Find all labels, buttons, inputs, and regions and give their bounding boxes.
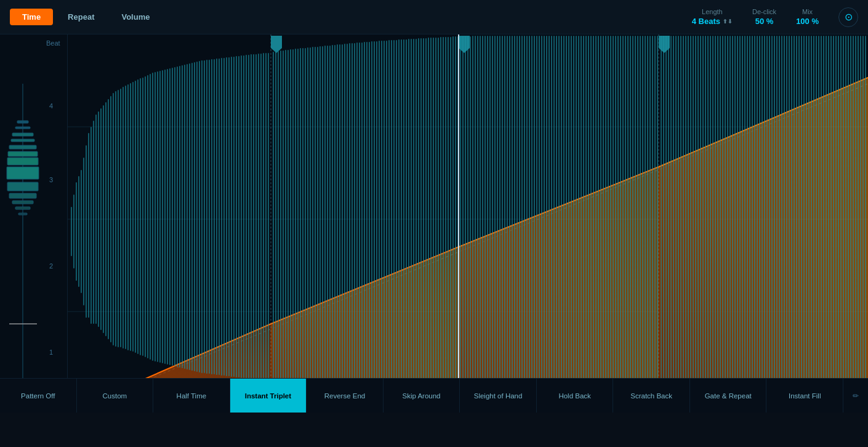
svg-rect-259 bbox=[632, 36, 633, 398]
svg-rect-135 bbox=[327, 46, 328, 388]
svg-rect-323 bbox=[791, 36, 792, 398]
svg-rect-315 bbox=[771, 36, 773, 398]
svg-rect-161 bbox=[391, 40, 392, 393]
svg-rect-207 bbox=[504, 36, 505, 398]
waveform-area[interactable]: // This won't run inside SVG, so we'll u… bbox=[68, 34, 868, 413]
svg-rect-313 bbox=[766, 36, 768, 398]
svg-rect-222 bbox=[541, 36, 542, 398]
svg-rect-66 bbox=[155, 72, 156, 361]
svg-rect-181 bbox=[440, 37, 441, 397]
btn-hold-back[interactable]: Hold Back bbox=[537, 379, 614, 413]
mix-value[interactable]: 100 % bbox=[796, 17, 819, 26]
btn-gate-repeat[interactable]: Gate & Repeat bbox=[690, 379, 767, 413]
btn-reverse-end[interactable]: Reverse End bbox=[307, 379, 384, 413]
svg-rect-310 bbox=[759, 36, 760, 398]
svg-rect-245 bbox=[598, 36, 599, 398]
svg-rect-288 bbox=[705, 36, 706, 398]
svg-rect-80 bbox=[189, 63, 190, 370]
svg-rect-281 bbox=[688, 36, 689, 398]
btn-half-time[interactable]: Half Time bbox=[153, 379, 230, 413]
svg-rect-47 bbox=[108, 99, 109, 339]
svg-rect-177 bbox=[430, 38, 432, 396]
svg-rect-328 bbox=[803, 36, 805, 398]
svg-rect-343 bbox=[840, 36, 842, 398]
svg-rect-43 bbox=[98, 111, 99, 327]
svg-rect-106 bbox=[253, 54, 254, 379]
svg-rect-333 bbox=[816, 36, 817, 398]
length-value[interactable]: 4 Beats ⬆⬇ bbox=[692, 17, 733, 26]
btn-pattern-off[interactable]: Pattern Off bbox=[0, 379, 77, 413]
svg-rect-284 bbox=[695, 36, 696, 398]
svg-rect-182 bbox=[443, 37, 444, 397]
svg-rect-145 bbox=[352, 43, 353, 390]
svg-rect-296 bbox=[725, 36, 726, 398]
svg-rect-94 bbox=[223, 58, 225, 376]
svg-rect-282 bbox=[690, 36, 691, 398]
btn-custom[interactable]: Custom bbox=[77, 379, 154, 413]
length-label: Length bbox=[702, 8, 723, 15]
svg-rect-244 bbox=[595, 36, 597, 398]
svg-rect-84 bbox=[199, 61, 200, 372]
svg-rect-136 bbox=[329, 46, 331, 388]
tab-time[interactable]: Time bbox=[10, 9, 53, 25]
svg-rect-352 bbox=[862, 36, 864, 398]
btn-instant-fill[interactable]: Instant Fill bbox=[766, 379, 843, 413]
tab-repeat[interactable]: Repeat bbox=[55, 9, 106, 25]
svg-rect-142 bbox=[344, 44, 345, 390]
svg-rect-111 bbox=[265, 53, 267, 381]
svg-rect-287 bbox=[702, 36, 704, 398]
edit-button[interactable]: ✏ bbox=[843, 379, 868, 413]
svg-rect-278 bbox=[680, 36, 681, 398]
svg-rect-224 bbox=[546, 36, 547, 398]
svg-rect-242 bbox=[590, 36, 592, 398]
svg-rect-156 bbox=[379, 41, 380, 393]
svg-rect-248 bbox=[605, 36, 606, 398]
btn-skip-around[interactable]: Skip Around bbox=[384, 379, 460, 413]
btn-scratch-back[interactable]: Scratch Back bbox=[613, 379, 690, 413]
svg-rect-77 bbox=[182, 65, 183, 368]
declick-value[interactable]: 50 % bbox=[755, 17, 774, 26]
svg-rect-326 bbox=[798, 36, 800, 398]
more-button[interactable]: ⊙ bbox=[838, 7, 858, 27]
svg-rect-211 bbox=[514, 36, 515, 398]
svg-rect-350 bbox=[858, 36, 859, 398]
btn-instant-triplet[interactable]: Instant Triplet bbox=[230, 379, 307, 413]
mix-control: Mix 100 % bbox=[796, 8, 819, 26]
svg-rect-166 bbox=[403, 39, 404, 394]
svg-rect-327 bbox=[801, 36, 802, 398]
svg-rect-75 bbox=[177, 66, 178, 367]
length-arrows: ⬆⬇ bbox=[723, 18, 733, 25]
svg-rect-134 bbox=[324, 46, 326, 388]
svg-rect-146 bbox=[354, 43, 355, 390]
svg-rect-249 bbox=[608, 36, 609, 398]
svg-rect-305 bbox=[747, 36, 748, 398]
svg-rect-185 bbox=[450, 37, 451, 397]
svg-rect-303 bbox=[742, 36, 743, 398]
svg-rect-101 bbox=[241, 55, 242, 378]
svg-rect-42 bbox=[95, 115, 97, 324]
svg-rect-266 bbox=[649, 36, 651, 398]
svg-rect-268 bbox=[654, 36, 656, 398]
svg-rect-309 bbox=[757, 36, 758, 398]
svg-rect-239 bbox=[583, 36, 584, 398]
svg-rect-157 bbox=[381, 41, 382, 393]
svg-rect-105 bbox=[251, 54, 252, 379]
svg-rect-196 bbox=[477, 36, 478, 398]
svg-rect-344 bbox=[843, 36, 844, 398]
svg-rect-143 bbox=[347, 44, 348, 390]
tab-volume[interactable]: Volume bbox=[109, 9, 162, 25]
mix-label: Mix bbox=[802, 8, 813, 15]
svg-rect-252 bbox=[615, 36, 616, 398]
beat-axis: Beat 4 3 2 1 bbox=[0, 34, 68, 413]
svg-rect-316 bbox=[774, 36, 775, 398]
svg-rect-147 bbox=[356, 42, 358, 391]
svg-rect-202 bbox=[492, 36, 493, 398]
btn-sleight-of-hand[interactable]: Sleight of Hand bbox=[460, 379, 537, 413]
svg-rect-228 bbox=[556, 36, 557, 398]
beat-label-2: 2 bbox=[49, 262, 53, 270]
svg-rect-304 bbox=[744, 36, 745, 398]
svg-rect-38 bbox=[86, 145, 87, 318]
svg-rect-125 bbox=[302, 48, 303, 385]
svg-rect-32 bbox=[71, 207, 72, 256]
svg-rect-46 bbox=[105, 102, 106, 336]
